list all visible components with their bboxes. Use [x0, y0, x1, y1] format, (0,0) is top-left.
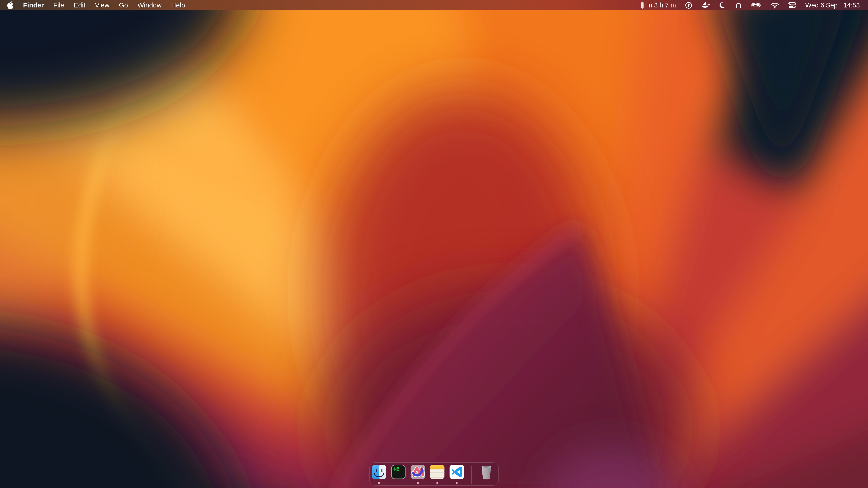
clock-menu-item[interactable]: Wed 6 Sep 14:53 — [805, 2, 860, 9]
headphones-icon — [735, 2, 742, 9]
timer-status[interactable]: in 3 h 7 m — [641, 2, 676, 9]
docker-whale-icon — [702, 2, 710, 8]
terminal-prompt-glyph: $ — [394, 467, 396, 471]
control-center-icon — [788, 2, 796, 8]
desktop[interactable]: Finder File Edit View Go Window Help in … — [0, 0, 868, 488]
timer-text: in 3 h 7 m — [647, 2, 676, 9]
audio-output-menu-item[interactable] — [735, 2, 742, 9]
time-text: 14:53 — [843, 2, 860, 9]
trash-icon — [479, 464, 494, 480]
menu-view[interactable]: View — [95, 1, 110, 9]
wifi-icon — [771, 2, 779, 8]
apple-logo-icon — [7, 1, 13, 9]
dock-terminal[interactable]: $ — [391, 465, 406, 479]
running-indicator — [378, 482, 380, 484]
menu-bar-status: in 3 h 7 m — [641, 2, 860, 9]
arc-browser-icon — [411, 465, 425, 479]
menu-bar-left: Finder File Edit View Go Window Help — [7, 1, 185, 9]
running-indicator — [417, 482, 419, 484]
dock-vscode[interactable] — [450, 465, 464, 479]
notes-icon — [430, 465, 445, 479]
wifi-menu-item[interactable] — [771, 2, 779, 8]
dock-trash[interactable] — [479, 464, 494, 480]
date-text: Wed 6 Sep — [805, 2, 837, 9]
running-indicator — [436, 482, 438, 484]
dock-panel: $ — [369, 462, 499, 486]
docker-menu-item[interactable] — [702, 2, 710, 8]
wallpaper-art — [0, 0, 868, 488]
onepassword-menu-item[interactable] — [685, 2, 692, 9]
menu-window[interactable]: Window — [137, 1, 162, 9]
menu-file[interactable]: File — [53, 1, 64, 9]
dock-finder[interactable] — [372, 465, 386, 479]
menu-bar: Finder File Edit View Go Window Help in … — [0, 0, 868, 10]
onepassword-keyhole-icon — [685, 2, 692, 9]
vscode-icon — [450, 465, 464, 479]
dock-arc[interactable] — [411, 465, 425, 479]
dock-notes[interactable] — [430, 465, 445, 479]
control-center-menu-item[interactable] — [788, 2, 796, 8]
menu-help[interactable]: Help — [171, 1, 185, 9]
terminal-icon: $ — [391, 465, 406, 479]
dock: $ — [369, 462, 499, 486]
focus-menu-item[interactable] — [719, 2, 726, 9]
pill-indicator-icon — [641, 2, 644, 8]
dock-separator — [471, 466, 472, 484]
running-indicator — [456, 482, 458, 484]
finder-icon — [372, 465, 386, 479]
apple-menu[interactable] — [7, 1, 13, 9]
menu-go[interactable]: Go — [119, 1, 128, 9]
wallpaper-ventura — [0, 0, 868, 488]
active-app-menu[interactable]: Finder — [23, 1, 44, 9]
battery-menu-item[interactable] — [751, 2, 762, 8]
menu-edit[interactable]: Edit — [74, 1, 86, 9]
moon-focus-icon — [719, 2, 726, 9]
battery-charging-icon — [751, 2, 762, 8]
